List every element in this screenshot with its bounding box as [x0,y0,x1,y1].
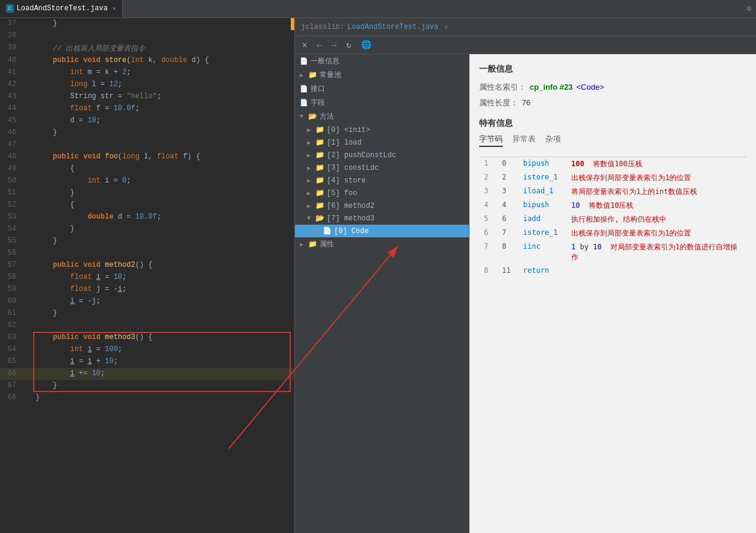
marker-58 [291,272,294,284]
tree-item-fields[interactable]: 📄 字段 [295,96,469,110]
tab-left[interactable]: C LoadAndStoreTest.java ✕ [0,0,123,17]
line-num-50: 50 [0,175,21,187]
arrow-right-icon: ▶ [307,139,313,146]
arrow-right-icon: ▶ [307,190,313,197]
line-num-48: 48 [0,151,21,163]
tree-item-general[interactable]: 📄 一般信息 [295,54,469,68]
tree-item-label: 常量池 [320,70,341,80]
gutter-58 [21,272,33,284]
gutter-56 [21,248,33,260]
gutter-63 [21,332,33,344]
col-comment [566,152,746,157]
marker-38 [291,30,294,42]
line-num-46: 46 [0,127,21,139]
tree-item-method2[interactable]: ▶ 📁 [6] method2 [295,199,469,212]
gutter-66 [21,368,33,380]
doc-icon: 📄 [300,85,308,93]
tree-item-method3[interactable]: ▼ 📂 [7] method3 [295,212,469,225]
marker-52 [291,199,294,211]
line-num-64: 64 [0,344,21,356]
marker-65 [291,356,294,368]
code-line-44: 44 float f = 10.0f; [0,103,294,115]
marker-40 [291,55,294,67]
code-panel[interactable]: 37 } 38 39 // 出栈装入局部变量表指令 40 public void… [0,18,295,533]
tree-item-store[interactable]: ▶ 📁 [4] store [295,174,469,187]
jclass-toolbar: ✕ ← → ↻ 🌐 [295,36,756,54]
line-num-67: 67 [0,380,21,392]
row-offset: 2 [497,171,518,185]
tree-panel[interactable]: 📄 一般信息 ▶ 📁 常量池 📄 接口 📄 字段 ▼ [295,54,469,533]
tree-item-constldc[interactable]: ▶ 📁 [3] constLdc [295,161,469,174]
line-num-58: 58 [0,272,21,284]
tab-exception-table[interactable]: 异常表 [512,134,536,147]
row-offset: 0 [497,157,518,172]
line-content-60: i = -j; [33,296,291,308]
attr-index-value: cp_info #23 [530,83,573,92]
tree-item-methods[interactable]: ▼ 📂 方法 [295,110,469,123]
attr-length-row: 属性长度： 76 [479,98,746,108]
code-line-61: 61 } [0,308,294,320]
line-content-52: { [33,199,291,211]
code-line-42: 42 long l = 12; [0,79,294,91]
back-btn[interactable]: ← [314,39,324,51]
gutter-37 [21,18,33,30]
row-num: 3 [479,185,497,199]
general-info-title: 一般信息 [479,64,746,75]
line-num-57: 57 [0,260,21,272]
gutter-44 [21,103,33,115]
tree-item-attributes[interactable]: ▶ 📁 属性 [295,237,469,251]
line-content-47 [33,139,291,151]
right-panel: jclasslib: LoadAndStoreTest.java ✕ ⚙ ✕ ←… [295,18,756,533]
row-detail: 100 将数值100压栈 [566,157,746,172]
arrow-down-icon: ▼ [300,113,306,120]
tab-misc[interactable]: 杂项 [545,134,561,147]
gutter-48 [21,151,33,163]
line-num-53: 53 [0,211,21,223]
tree-item-label: [3] constLdc [327,164,379,172]
tree-item-load[interactable]: ▶ 📁 [1] load [295,136,469,149]
marker-49 [291,163,294,175]
jclass-tab[interactable]: jclasslib: LoadAndStoreTest.java ✕ [295,18,454,36]
gutter-57 [21,260,33,272]
line-num-66: 66 [0,368,21,380]
line-content-63: public void method3() { [33,332,291,344]
refresh-btn[interactable]: ↻ [344,39,353,51]
row-offset: 11 [497,264,518,276]
bytecode-table-head [479,152,746,157]
web-btn[interactable]: 🌐 [359,39,374,51]
row-num: 6 [479,226,497,240]
line-content-40: public void store(int k, double d) { [33,55,291,67]
tree-item-constants[interactable]: ▶ 📁 常量池 [295,68,469,82]
line-num-65: 65 [0,356,21,368]
code-line-48: 48 public void foo(long l, float f) { [0,151,294,163]
gutter-54 [21,223,33,235]
row-instr: iinc [518,240,566,264]
marker-59 [291,284,294,296]
tree-item-interface[interactable]: 📄 接口 [295,82,469,96]
folder-icon: 📂 [308,112,317,121]
jclass-tab-close[interactable]: ✕ [444,23,448,31]
code-line-49: 49 { [0,163,294,175]
tree-item-init[interactable]: ▶ 📁 [0] <init> [295,123,469,136]
close-panel-btn[interactable]: ✕ [300,39,309,51]
tab-left-close[interactable]: ✕ [113,5,116,12]
marker-47 [291,139,294,151]
gutter-68 [21,392,33,404]
row-num: 7 [479,240,497,264]
row-instr: istore_1 [518,171,566,185]
arrow-right-icon: ▶ [307,177,313,184]
tree-item-code[interactable]: ▶ 📄 [0] Code [295,225,469,237]
line-content-54: } [33,223,291,235]
marker-63 [291,332,294,344]
tab-bytecode[interactable]: 字节码 [479,134,503,147]
line-content-62 [33,320,291,332]
code-line-43: 43 String str = "hello"; [0,91,294,103]
forward-btn[interactable]: → [329,39,339,51]
line-content-53: double d = 10.0f; [33,211,291,223]
tree-item-foo[interactable]: ▶ 📁 [5] foo [295,187,469,199]
line-num-47: 47 [0,139,21,151]
tree-item-pushconstldc[interactable]: ▶ 📁 [2] pushConstLdc [295,149,469,161]
marker-41 [291,67,294,79]
code-line-52: 52 { [0,199,294,211]
code-line-55: 55 } [0,235,294,248]
